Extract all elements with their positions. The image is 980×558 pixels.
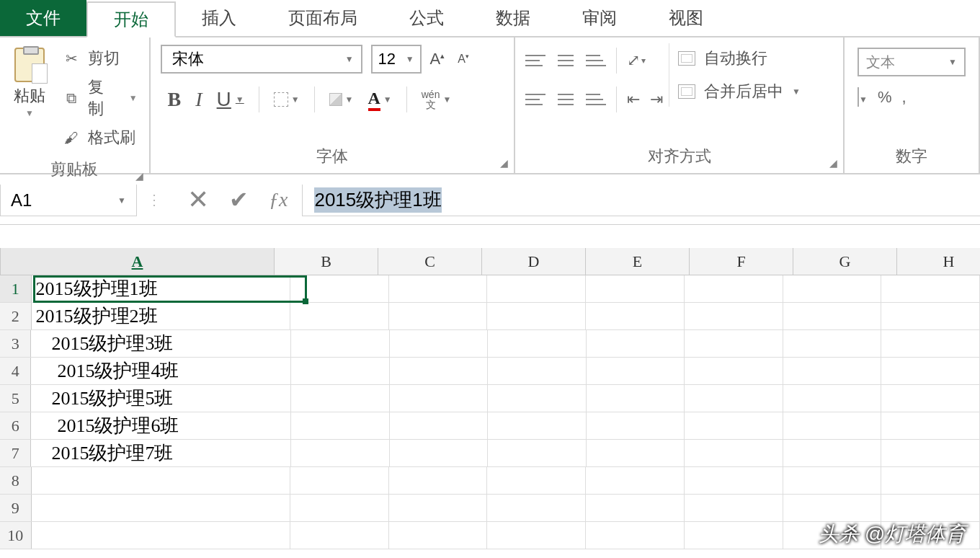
format-painter-button[interactable]: 🖌 格式刷 [62, 127, 138, 149]
bold-button[interactable]: B [168, 88, 182, 111]
cell[interactable] [291, 385, 390, 412]
cell[interactable] [290, 522, 389, 549]
cell[interactable] [587, 440, 685, 466]
borders-button[interactable]: ▼ [274, 92, 300, 107]
tab-formulas[interactable]: 公式 [383, 0, 470, 36]
copy-button[interactable]: ⧉ 复制 ▼ [62, 76, 138, 120]
cell[interactable] [488, 412, 587, 439]
cell[interactable]: 2015级护理1班 [32, 275, 291, 302]
row-header[interactable]: 9 [0, 495, 32, 521]
phonetic-guide-button[interactable]: wén文▼ [422, 89, 452, 110]
cell[interactable] [32, 467, 291, 494]
fill-color-button[interactable]: ▼ [329, 93, 354, 106]
row-header[interactable]: 6 [0, 412, 31, 439]
accounting-format-button[interactable]: ▼ [858, 88, 868, 107]
column-header-C[interactable]: C [378, 248, 482, 275]
cell[interactable] [881, 385, 980, 412]
column-header-D[interactable]: D [482, 248, 586, 275]
cell[interactable] [291, 440, 390, 466]
cell[interactable] [783, 440, 882, 466]
cell[interactable] [291, 358, 390, 384]
cell[interactable] [783, 467, 882, 494]
row-header[interactable]: 3 [0, 330, 31, 357]
cell[interactable]: 2015级护理3班 [31, 330, 290, 357]
cell[interactable] [390, 358, 489, 384]
cell[interactable] [487, 467, 586, 494]
number-format-select[interactable]: 文本 ▼ [858, 48, 966, 76]
tab-insert[interactable]: 插入 [176, 0, 262, 36]
cell[interactable] [685, 495, 783, 521]
cell[interactable] [389, 275, 488, 302]
column-header-H[interactable]: H [897, 248, 980, 275]
comma-button[interactable]: , [901, 88, 906, 107]
dialog-launcher-icon[interactable]: ◢ [829, 157, 837, 169]
cell[interactable] [390, 385, 489, 412]
cell[interactable] [881, 467, 980, 494]
cell[interactable] [783, 303, 882, 329]
column-header-G[interactable]: G [793, 248, 897, 275]
cell[interactable] [587, 358, 685, 384]
chevron-down-icon[interactable]: ▼ [129, 93, 138, 103]
tab-view[interactable]: 视图 [643, 0, 729, 36]
cell[interactable] [881, 275, 980, 302]
cell[interactable] [586, 495, 685, 521]
row-header[interactable]: 4 [0, 358, 31, 384]
cell[interactable] [291, 330, 390, 357]
align-left-button[interactable] [525, 92, 545, 107]
cell[interactable]: 2015级护理7班 [31, 440, 290, 466]
increase-font-button[interactable]: A▴ [426, 50, 450, 68]
cell[interactable] [586, 522, 685, 549]
italic-button[interactable]: I [195, 88, 202, 111]
cell[interactable] [783, 385, 882, 412]
cell[interactable] [488, 330, 587, 357]
cell[interactable]: 2015级护理2班 [32, 303, 291, 329]
row-header[interactable]: 8 [0, 467, 32, 494]
row-header[interactable]: 7 [0, 440, 31, 466]
cell[interactable] [390, 330, 489, 357]
row-header[interactable]: 5 [0, 385, 31, 412]
cell[interactable] [586, 467, 685, 494]
cut-button[interactable]: ✂ 剪切 [62, 48, 138, 69]
font-size-select[interactable]: 12 ▼ [371, 45, 422, 74]
percent-button[interactable]: % [878, 88, 892, 107]
cell[interactable] [685, 412, 783, 439]
cell[interactable] [881, 330, 980, 357]
cell[interactable] [685, 522, 783, 549]
dialog-launcher-icon[interactable]: ◢ [500, 157, 508, 169]
cell[interactable] [881, 303, 980, 329]
cell[interactable] [290, 495, 389, 521]
cell[interactable] [32, 495, 291, 521]
align-bottom-button[interactable] [586, 53, 606, 68]
cell[interactable] [783, 358, 882, 384]
tab-file[interactable]: 文件 [0, 0, 86, 36]
cell[interactable]: 2015级护理6班 [31, 412, 291, 439]
align-top-button[interactable] [525, 53, 545, 68]
column-header-E[interactable]: E [586, 248, 690, 275]
cell[interactable] [487, 303, 586, 329]
tab-data[interactable]: 数据 [470, 0, 556, 36]
increase-indent-button[interactable]: ⇥ [650, 90, 663, 109]
row-header[interactable]: 1 [0, 275, 32, 302]
cell[interactable] [290, 275, 389, 302]
cell[interactable] [488, 440, 587, 466]
cell[interactable] [685, 467, 783, 494]
formula-input[interactable]: 2015级护理1班 [302, 185, 980, 216]
paste-button[interactable]: 粘贴 ▼ [4, 43, 55, 123]
cell[interactable] [487, 522, 586, 549]
cell[interactable] [783, 412, 882, 439]
font-name-select[interactable]: 宋体 ▼ [161, 45, 362, 74]
cell[interactable] [685, 275, 783, 302]
font-color-button[interactable]: A▼ [368, 89, 392, 111]
cell[interactable] [685, 330, 783, 357]
cell[interactable] [32, 522, 291, 549]
cell[interactable]: 2015级护理4班 [31, 358, 291, 384]
cell[interactable] [783, 330, 882, 357]
row-header[interactable]: 2 [0, 303, 32, 329]
cell[interactable] [389, 495, 488, 521]
chevron-down-icon[interactable]: ▼ [25, 108, 34, 118]
cell[interactable] [685, 358, 783, 384]
row-header[interactable]: 10 [0, 522, 32, 549]
select-all-corner[interactable] [0, 248, 1, 275]
underline-button[interactable]: U▼ [217, 88, 244, 111]
cell[interactable] [783, 495, 882, 521]
